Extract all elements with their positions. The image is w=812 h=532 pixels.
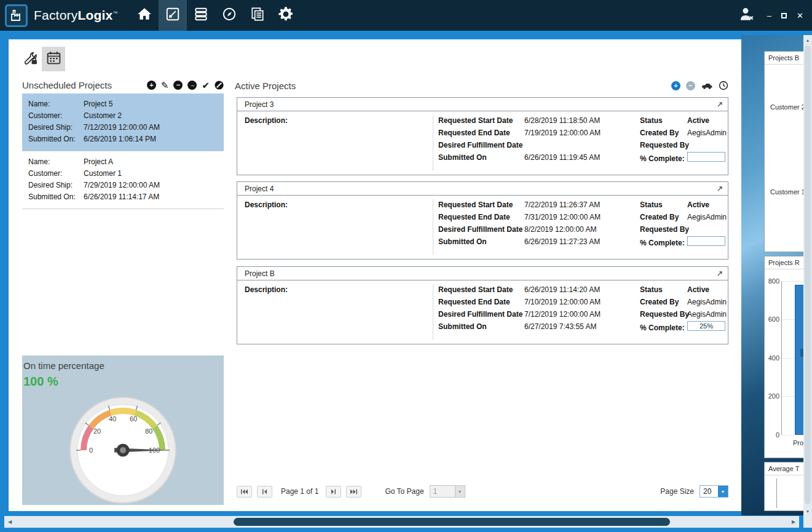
progress-text: 100% xyxy=(688,237,725,245)
req-start-value: 6/28/2019 11:18:50 AM xyxy=(524,116,600,125)
user-logout-icon xyxy=(738,13,755,23)
active-toolbar: + − xyxy=(671,81,728,90)
nav-documents-button[interactable] xyxy=(243,0,272,31)
list-item-project-5[interactable]: Name:Project 5 Customer:Customer 2 Desir… xyxy=(22,93,224,151)
name-label: Name: xyxy=(28,98,84,110)
maximize-button[interactable] xyxy=(781,13,787,18)
close-button[interactable]: ✕ xyxy=(797,12,803,20)
name-label: Name: xyxy=(28,156,84,168)
nav-stack-button[interactable] xyxy=(187,0,215,31)
vehicle-icon[interactable] xyxy=(701,82,713,90)
y-axis-line xyxy=(776,478,777,508)
page-size-label: Page Size xyxy=(660,487,694,496)
previous-page-button[interactable] xyxy=(257,486,272,498)
go-to-page-label: Go To Page xyxy=(385,487,424,496)
nav-home-button[interactable] xyxy=(130,0,159,31)
progress-text: 50% xyxy=(688,153,725,161)
nav-scheduling-button[interactable] xyxy=(159,0,187,31)
y-axis-tick: 800 xyxy=(765,277,779,285)
documents-icon xyxy=(250,6,266,25)
add-icon[interactable]: + xyxy=(671,81,680,90)
gauge-tick-0: 0 xyxy=(89,447,93,454)
column-divider xyxy=(433,199,433,255)
window-controls: – ✕ xyxy=(767,12,803,20)
name-value: Project A xyxy=(84,156,113,168)
minimize-button[interactable]: – xyxy=(767,12,771,20)
unscheduled-projects-list: Name:Project 5 Customer:Customer 2 Desir… xyxy=(22,93,224,352)
scroll-up-icon[interactable]: ▲ xyxy=(803,35,812,45)
req-end-label: Requested End Date xyxy=(438,129,510,137)
scroll-left-icon[interactable]: ◀ xyxy=(4,516,15,528)
user-logout-button[interactable] xyxy=(738,7,755,24)
fulfillment-label: Desired Fulfillment Date xyxy=(438,225,522,234)
description-label: Description: xyxy=(245,285,288,294)
expand-icon[interactable] xyxy=(717,101,723,108)
ship-label: Desired Ship: xyxy=(28,122,84,133)
last-page-button[interactable] xyxy=(346,486,361,498)
nav-settings-button[interactable] xyxy=(272,0,300,31)
chevron-down-icon[interactable]: ▼ xyxy=(718,486,728,497)
promote-arrow-icon[interactable]: → xyxy=(187,81,197,90)
fulfillment-value: 8/2/2019 12:00:00 AM xyxy=(524,225,596,234)
on-time-gauge: 0 20 40 60 80 100 xyxy=(22,378,224,505)
requested-by-label: Requested By xyxy=(640,141,689,149)
unscheduled-projects-header: Unscheduled Projects + ✎ − → ✔ xyxy=(22,78,224,92)
compose-icon xyxy=(165,6,181,25)
edit-pencil-icon[interactable]: ✎ xyxy=(161,81,169,90)
ship-label: Desired Ship: xyxy=(28,180,84,191)
expand-icon[interactable] xyxy=(717,186,723,192)
tab-scheduling-calendar[interactable] xyxy=(42,47,65,71)
active-projects-header: Active Projects + − xyxy=(235,79,728,92)
horizontal-scroll-thumb[interactable] xyxy=(234,518,670,526)
status-label: Status xyxy=(640,285,663,294)
description-label: Description: xyxy=(245,116,288,125)
legend-item: Customer 1 xyxy=(770,188,805,196)
expand-icon[interactable] xyxy=(717,271,723,277)
first-page-button[interactable] xyxy=(237,486,252,498)
y-axis-tick: 400 xyxy=(765,354,779,362)
go-to-page-value: 1 xyxy=(430,486,455,497)
scroll-right-icon[interactable]: ▶ xyxy=(788,516,799,528)
add-icon[interactable]: + xyxy=(147,81,156,90)
pagination-bar: Page 1 of 1 Go To Page 1 ▼ Page Size 20 … xyxy=(237,485,728,498)
gauge-tick-80: 80 xyxy=(145,427,152,435)
req-start-label: Requested Start Date xyxy=(438,200,513,209)
history-clock-icon[interactable] xyxy=(719,81,728,90)
submitted-value: 6/26/2019 1:06:14 PM xyxy=(84,133,156,145)
customer-label: Customer: xyxy=(28,110,84,122)
horizontal-scrollbar[interactable]: ◀ ▶ xyxy=(4,516,799,528)
status-value: Active xyxy=(687,285,709,294)
gauge-tick-20: 20 xyxy=(93,427,101,435)
progress-bar: 100% xyxy=(687,236,725,246)
accept-check-icon[interactable]: ✔ xyxy=(202,81,210,90)
created-by-label: Created By xyxy=(640,213,679,221)
chevron-down-icon[interactable]: ▼ xyxy=(455,486,465,497)
remove-icon[interactable]: − xyxy=(686,81,695,90)
nav-compass-button[interactable] xyxy=(215,0,243,31)
ship-value: 7/29/2019 12:00:00 AM xyxy=(84,180,160,191)
requested-by-label: Requested By xyxy=(640,225,689,234)
project-card-project-3: Project 3 Description: Requested Start D… xyxy=(237,97,728,175)
scroll-down-icon[interactable]: ▼ xyxy=(803,506,812,516)
cancel-slash-icon[interactable] xyxy=(215,81,224,90)
submitted-label: Submitted On xyxy=(438,322,487,331)
ship-value: 7/12/2019 12:00:00 AM xyxy=(84,122,160,133)
complete-label: % Complete: xyxy=(640,324,685,332)
page-size-select[interactable]: 20 ▼ xyxy=(700,485,728,498)
project-name: Project 4 xyxy=(245,185,274,193)
tab-configuration[interactable] xyxy=(18,47,42,71)
remove-icon[interactable]: − xyxy=(173,81,183,90)
list-item-project-a[interactable]: Name:Project A Customer:Customer 1 Desir… xyxy=(22,151,224,209)
next-page-button[interactable] xyxy=(326,486,341,498)
on-time-panel: On time percentage 100 % 0 20 40 60 xyxy=(22,355,224,505)
brand-factory: Factory xyxy=(34,8,77,22)
progress-bar: 25% xyxy=(687,321,725,331)
submitted-label: Submitted On xyxy=(438,237,487,246)
active-projects-title: Active Projects xyxy=(235,81,296,91)
req-end-label: Requested End Date xyxy=(438,298,510,306)
req-end-value: 7/19/2019 12:00:00 AM xyxy=(524,129,601,137)
project-name: Project 3 xyxy=(245,100,274,109)
vertical-scroll-thumb[interactable] xyxy=(805,46,811,504)
vertical-scrollbar[interactable]: ▲ ▼ xyxy=(803,35,812,516)
go-to-page-input[interactable]: 1 ▼ xyxy=(430,485,465,498)
